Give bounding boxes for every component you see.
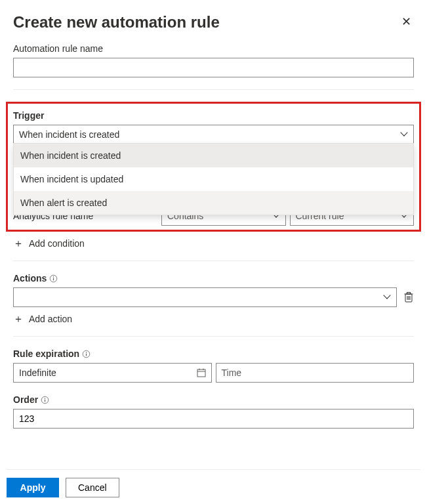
- action-select[interactable]: [13, 287, 397, 307]
- svg-rect-5: [407, 293, 411, 295]
- add-action-button[interactable]: ＋ Add action: [13, 314, 72, 324]
- divider: [13, 89, 414, 90]
- actions-label: Actions: [13, 273, 414, 284]
- close-icon[interactable]: ✕: [399, 13, 414, 30]
- panel-title: Create new automation rule: [13, 13, 220, 32]
- plus-icon: ＋: [13, 314, 24, 324]
- divider: [13, 261, 414, 261]
- svg-rect-12: [197, 369, 205, 377]
- trigger-option-incident-updated[interactable]: When incident is updated: [14, 167, 413, 191]
- rule-expiration-label: Rule expiration: [13, 348, 414, 359]
- plus-icon: ＋: [13, 238, 24, 249]
- apply-button[interactable]: Apply: [7, 478, 59, 497]
- trigger-selected-value: When incident is created: [19, 129, 119, 140]
- chevron-down-icon: [384, 294, 391, 301]
- trigger-label: Trigger: [13, 110, 414, 121]
- automation-rule-panel: Create new automation rule ✕ Automation …: [0, 0, 427, 504]
- trigger-option-alert-created[interactable]: When alert is created: [14, 191, 413, 215]
- order-input[interactable]: [13, 409, 414, 429]
- chevron-down-icon: [401, 131, 408, 138]
- add-condition-label: Add condition: [29, 238, 85, 249]
- panel-footer: Apply Cancel: [7, 469, 420, 497]
- rule-name-label: Automation rule name: [13, 43, 414, 54]
- delete-action-icon[interactable]: [403, 291, 414, 303]
- expiration-time-placeholder: Time: [222, 368, 242, 378]
- trigger-option-incident-created[interactable]: When incident is created: [14, 144, 413, 167]
- trigger-dropdown-list: When incident is created When incident i…: [13, 143, 414, 215]
- calendar-icon: [197, 368, 206, 377]
- info-icon[interactable]: [41, 396, 49, 404]
- expiration-row: Indefinite Time: [13, 363, 414, 383]
- order-label: Order: [13, 394, 414, 405]
- actions-row: [13, 287, 414, 307]
- cancel-button[interactable]: Cancel: [66, 478, 119, 497]
- svg-point-18: [45, 398, 45, 398]
- expiration-date-input[interactable]: Indefinite: [13, 363, 212, 383]
- svg-rect-17: [45, 399, 45, 402]
- add-condition-button[interactable]: ＋ Add condition: [13, 238, 85, 249]
- add-action-label: Add action: [29, 314, 72, 324]
- expiration-date-value: Indefinite: [19, 368, 56, 378]
- info-icon[interactable]: [49, 274, 58, 283]
- svg-rect-1: [53, 278, 54, 280]
- info-icon[interactable]: [82, 350, 91, 358]
- trigger-select[interactable]: When incident is created: [13, 125, 414, 144]
- rule-name-input[interactable]: [13, 58, 414, 77]
- divider: [13, 336, 414, 337]
- svg-rect-10: [86, 353, 87, 356]
- panel-header: Create new automation rule ✕: [13, 13, 414, 32]
- svg-point-11: [86, 352, 87, 352]
- svg-point-2: [53, 276, 54, 277]
- expiration-time-input[interactable]: Time: [216, 363, 415, 383]
- trigger-section-highlight: Trigger When incident is created When in…: [6, 102, 421, 232]
